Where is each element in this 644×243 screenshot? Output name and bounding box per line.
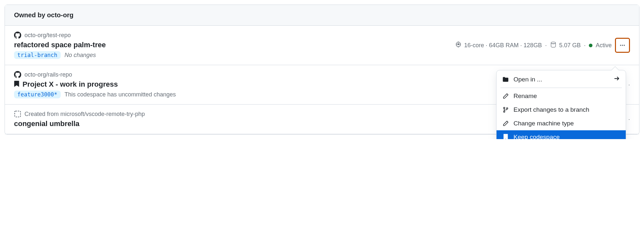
svg-rect-0 (15, 111, 21, 117)
pencil-icon (502, 93, 509, 99)
menu-keep-codespace[interactable]: Keep codespace (497, 130, 626, 139)
menu-open-in[interactable]: Open in ... (497, 72, 626, 86)
github-icon (14, 71, 21, 78)
cpu-icon (455, 41, 462, 50)
panel-header: Owned by octo-org (5, 5, 639, 26)
changes-text: No changes (65, 52, 96, 59)
codespaces-panel: Owned by octo-org octo-org/test-repo ref… (5, 5, 639, 135)
menu-rename[interactable]: Rename (497, 89, 626, 103)
bookmark-outline-icon (502, 134, 509, 139)
bookmark-icon (14, 81, 19, 88)
codespace-name-link[interactable]: Project X - work in progress (23, 80, 118, 89)
repo-name[interactable]: octo-org/test-repo (24, 32, 71, 39)
svg-point-3 (506, 107, 508, 109)
pencil-icon (502, 121, 509, 126)
status-dot-icon (589, 44, 592, 47)
codespace-name-link[interactable]: refactored space palm-tree (14, 41, 106, 49)
codespace-actions-menu: Open in ... Rename Export changes to a b… (496, 70, 626, 139)
folder-icon (502, 76, 509, 83)
codespace-row: octo-org/test-repo refactored space palm… (5, 26, 639, 65)
menu-separator (500, 88, 622, 88)
codespace-name-link[interactable]: congenial umbrella (14, 120, 80, 128)
svg-point-1 (503, 107, 505, 108)
repo-name[interactable]: octo-org/rails-repo (24, 71, 72, 78)
changes-text: This codespace has uncommitted changes (65, 91, 176, 98)
github-icon (14, 32, 21, 39)
menu-change-machine[interactable]: Change machine type (497, 117, 626, 130)
menu-export-branch[interactable]: Export changes to a branch (497, 103, 626, 117)
template-icon (14, 110, 21, 118)
database-icon (550, 41, 557, 50)
status-text: Active (596, 42, 612, 49)
owner-title: Owned by octo-org (14, 11, 630, 19)
svg-point-2 (503, 111, 505, 112)
arrow-right-icon (614, 76, 620, 83)
git-branch-icon (502, 107, 509, 113)
branch-pill[interactable]: feature3000* (14, 91, 61, 98)
repo-name: Created from microsoft/vscode-remote-try… (24, 111, 145, 118)
kebab-menu-button[interactable] (615, 38, 630, 53)
branch-pill[interactable]: trial-branch (14, 51, 61, 59)
specs-text: 16-core · 64GB RAM · 128GB (464, 42, 542, 49)
storage-text: 5.07 GB (559, 42, 581, 49)
